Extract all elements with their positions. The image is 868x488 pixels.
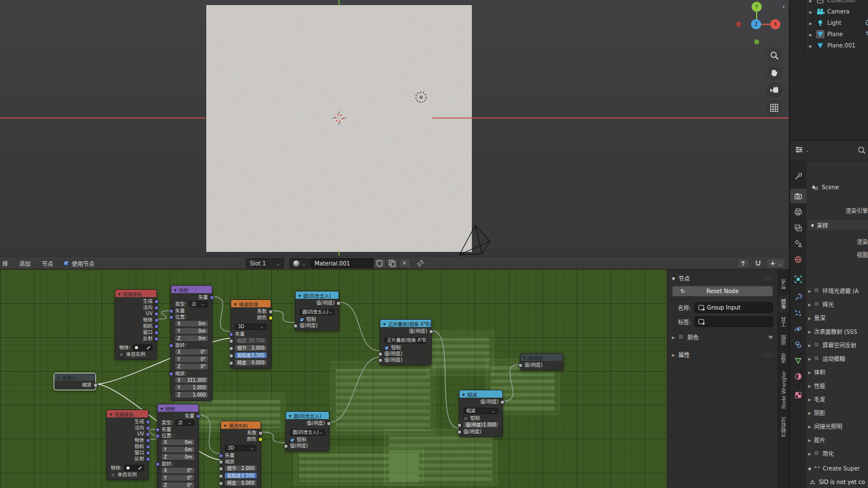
node-checkbox-钳制[interactable]: 钳制 xyxy=(459,415,502,421)
node-enum-dropdown[interactable]: 类型:点 xyxy=(171,300,212,308)
node-round-1[interactable]: 圆(四舍五入)值(明度)圆(四舍五入)钳制值(明度) xyxy=(295,291,339,331)
properties-tab-modifier[interactable] xyxy=(790,290,806,304)
presets-list-icon[interactable] xyxy=(769,334,773,340)
value-slider[interactable]: Y0° xyxy=(162,475,194,481)
properties-tab-output[interactable] xyxy=(790,204,806,219)
node-object-field[interactable]: 物体: xyxy=(115,344,157,351)
checkbox-icon[interactable] xyxy=(814,355,819,361)
properties-section-屏幕空间反射[interactable]: 屏幕空间反射 xyxy=(808,339,868,350)
copy-material-button[interactable] xyxy=(386,258,398,268)
node-enum-dropdown[interactable]: 3D xyxy=(231,324,271,331)
value-slider[interactable]: 畸变0.000 xyxy=(235,360,267,365)
node-group-output[interactable]: 组输出值(明度) xyxy=(520,353,563,371)
node-header[interactable]: 映射 xyxy=(158,404,198,412)
node-header[interactable]: 圆(四舍五入) xyxy=(296,291,338,299)
node-header[interactable]: 噪波纹理 xyxy=(231,300,271,307)
value-slider[interactable]: X0° xyxy=(175,349,208,355)
node-value-field[interactable]: Y0m xyxy=(171,328,212,335)
checkbox-icon[interactable] xyxy=(814,450,819,456)
item-panel-header[interactable]: 属性 xyxy=(672,347,773,358)
unlink-material-button[interactable] xyxy=(398,258,411,268)
value-slider[interactable]: 细节2.000 xyxy=(235,345,267,351)
menu-select-partial[interactable]: 择 xyxy=(1,258,9,269)
sidebar-tab-条目[interactable]: 条目 xyxy=(778,295,789,312)
disclosure-triangle-icon[interactable] xyxy=(809,8,812,15)
properties-section-胶片[interactable]: 胶片 xyxy=(808,434,868,445)
value-slider[interactable]: Y0° xyxy=(175,356,208,362)
slot-dropdown[interactable]: Slot 1 xyxy=(246,258,284,268)
node-enum-dropdown[interactable]: 类型:点 xyxy=(158,419,198,426)
disclosure-triangle-icon[interactable] xyxy=(809,42,812,49)
properties-section-间接光照明[interactable]: 间接光照明 xyxy=(808,420,868,432)
node-value-field[interactable]: Y0m xyxy=(158,447,198,454)
outliner-item-Camera[interactable]: Camera xyxy=(790,6,868,17)
go-parent-node-tree-button[interactable] xyxy=(737,258,749,268)
properties-tab-constraints[interactable] xyxy=(790,337,806,352)
properties-section-环境光遮蔽 (A[interactable]: 环境光遮蔽 (A xyxy=(808,285,868,296)
node-value-field[interactable]: 畸变0.000 xyxy=(231,360,271,367)
mesh-data-icon[interactable] xyxy=(865,30,868,37)
properties-section-性能[interactable]: 性能 xyxy=(808,380,868,391)
node-header[interactable]: 通透布料 xyxy=(221,421,261,429)
properties-section-简化[interactable]: 简化 xyxy=(808,447,868,459)
node-mapping-1[interactable]: 映射矢量类型:点矢量位置:X0mY0mZ0m旋转:X0°Y0°Z0°缩放:X31… xyxy=(171,285,212,401)
pan-hand-icon[interactable] xyxy=(766,65,782,81)
properties-section-运动模糊[interactable]: 运动模糊 xyxy=(808,352,868,364)
shader-node-editor[interactable]: Node Group 组输入缩放纹理坐标生成法向UV物体相机窗口反射物体:来自实… xyxy=(0,269,789,488)
properties-section-景深[interactable]: 景深 xyxy=(808,312,868,323)
node-mapping-2[interactable]: 映射矢量类型:点矢量位置:X0mY0mZ0m旋转:X0°Y0°Z0°缩放: xyxy=(157,404,199,488)
light-gizmo[interactable] xyxy=(413,89,429,105)
zoom-icon[interactable] xyxy=(766,47,782,63)
node-enum-dropdown[interactable]: 相减 xyxy=(459,408,502,415)
node-value-field[interactable]: Y0° xyxy=(158,475,198,482)
material-name-field[interactable]: Material.001 xyxy=(310,258,374,268)
reset-node-button[interactable]: Reset Node xyxy=(672,286,773,297)
properties-section-毛发[interactable]: 毛发 xyxy=(808,393,868,404)
node-value-field[interactable]: 畸变0.000 xyxy=(221,480,261,487)
menu-add[interactable]: 添加 xyxy=(18,258,32,269)
disclosure-triangle-icon[interactable] xyxy=(809,31,812,37)
node-value-field[interactable]: Y0° xyxy=(171,356,212,363)
value-slider[interactable]: X0° xyxy=(162,468,194,473)
node-value-field[interactable]: X0m xyxy=(171,321,212,328)
node-color-row[interactable]: 颜色 xyxy=(672,332,773,342)
node-name-input[interactable]: Group Input xyxy=(695,302,773,313)
properties-tab-tool[interactable] xyxy=(790,169,806,184)
node-checkbox-钳制[interactable]: 钳制 xyxy=(296,316,338,323)
sidebar-tab-节点[interactable]: 节点 xyxy=(778,274,789,294)
value-slider[interactable]: Y1.000 xyxy=(175,385,208,390)
value-slider[interactable]: Z0m xyxy=(162,454,194,460)
nav-gizmo[interactable]: Y Z X xyxy=(732,0,783,51)
node-value-field[interactable]: 值(明度)1.000 xyxy=(459,422,502,429)
node-label-input[interactable] xyxy=(695,316,773,327)
node-value-field[interactable]: 细节2.000 xyxy=(231,345,271,352)
node-noise-1[interactable]: 噪波纹理系数颜色3D矢量缩放20.700细节2.000粗糙度0.500畸变0.0… xyxy=(231,299,271,369)
properties-tab-data[interactable] xyxy=(790,353,806,368)
camera-view-icon[interactable] xyxy=(766,82,782,98)
node-enum-dropdown[interactable]: 3D xyxy=(221,445,261,452)
visibility-toggle-icon[interactable] xyxy=(865,19,868,26)
properties-tab-texture[interactable] xyxy=(790,387,806,402)
node-value-field[interactable]: 粗糙度0.500 xyxy=(231,352,271,359)
properties-section-辉光[interactable]: 辉光 xyxy=(808,298,868,310)
node-header[interactable]: 纹理坐标 xyxy=(115,290,157,297)
value-slider[interactable]: Y0m xyxy=(162,447,194,452)
value-slider[interactable]: Y0m xyxy=(175,328,208,334)
value-slider[interactable]: Z0° xyxy=(162,482,194,488)
viewport-3d[interactable]: Y Z X xyxy=(0,0,789,256)
material-browse-dropdown[interactable] xyxy=(289,258,310,268)
node-multiply[interactable]: 正片叠底(相乘 A*B)值(明度)正片叠底(相乘 A*B)钳制值(明度)值(明度… xyxy=(380,319,432,365)
node-value-field[interactable]: X311.300 xyxy=(171,377,212,384)
node-value-field[interactable]: 缩放20.700 xyxy=(231,338,271,345)
node-checkbox-来自实例[interactable]: 来自实例 xyxy=(107,472,148,478)
create-super-panel-header[interactable]: ⁺⁺ Create Super xyxy=(808,463,868,474)
value-slider[interactable]: 细节2.000 xyxy=(225,465,257,471)
node-enum-dropdown[interactable]: 圆(四舍五入) xyxy=(296,309,338,316)
properties-tab-viewlayer[interactable] xyxy=(790,220,806,235)
value-slider[interactable]: Z1.000 xyxy=(175,392,208,398)
value-slider[interactable]: 粗糙度0.500 xyxy=(225,473,257,478)
node-value-field[interactable]: Z1.000 xyxy=(171,392,212,399)
properties-section-阴影[interactable]: 阴影 xyxy=(808,407,868,418)
node-value-field[interactable]: Z0m xyxy=(171,336,212,342)
node-value-field[interactable]: Y1.000 xyxy=(171,385,212,391)
